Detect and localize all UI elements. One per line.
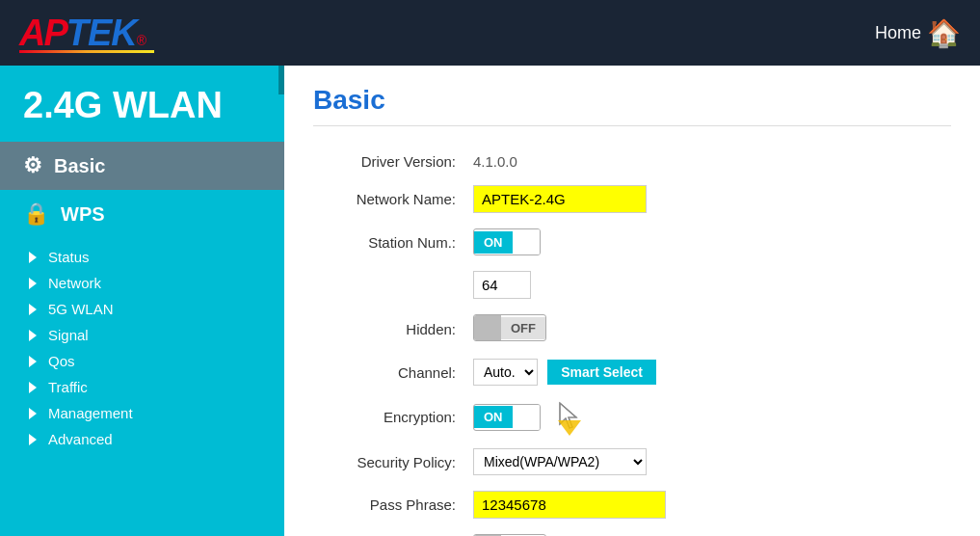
home-icon: 🏠 [927, 17, 961, 49]
network-name-input[interactable] [473, 185, 647, 213]
scrollbar[interactable] [278, 66, 284, 94]
station-num-indicator [513, 229, 540, 255]
network-name-row: Network Name: [313, 177, 951, 221]
station-num-input[interactable] [473, 271, 531, 299]
channel-select[interactable]: Auto. 1 2 3 4 5 6 [473, 359, 538, 386]
sidebar-sub-label-5g: 5G WLAN [48, 301, 114, 317]
network-name-label: Network Name: [313, 177, 467, 221]
arrow-icon-signal [29, 330, 37, 341]
sidebar-item-label-wps: WPS [61, 203, 105, 226]
sidebar-title: 2.4G WLAN [0, 66, 284, 142]
sidebar-sub-label-traffic: Traffic [48, 379, 88, 395]
form-table: Driver Version: 4.1.0.0 Network Name: St… [313, 146, 951, 536]
home-link[interactable]: Home 🏠 [875, 17, 961, 49]
encryption-on: ON [474, 406, 513, 428]
sidebar-item-wps[interactable]: 🔒 WPS [0, 190, 284, 238]
station-num-on: ON [474, 231, 513, 254]
sidebar-sub-item-signal[interactable]: Signal [19, 322, 284, 348]
cursor-shadow [556, 418, 583, 438]
wifi-burst-row: Wi-Fi Burst Mode: OFF [313, 526, 951, 536]
header: AP TEK ® Home 🏠 [0, 0, 980, 66]
pass-phrase-row: Pass Phrase: [313, 483, 951, 526]
sidebar-item-basic[interactable]: ⚙ Basic [0, 142, 284, 190]
page-title: Basic [313, 85, 951, 126]
encryption-label: Encryption: [313, 393, 467, 441]
sidebar-sub-item-traffic[interactable]: Traffic [19, 374, 284, 400]
arrow-icon-5g [29, 304, 37, 315]
hidden-toggle[interactable]: OFF [473, 314, 546, 341]
encryption-controls: ON [473, 401, 945, 433]
security-policy-row: Security Policy: Mixed(WPA/WPA2) WPA WPA… [313, 441, 951, 483]
arrow-icon-status [29, 252, 37, 263]
security-policy-label: Security Policy: [313, 441, 467, 483]
security-policy-select[interactable]: Mixed(WPA/WPA2) WPA WPA2 [473, 448, 647, 475]
sidebar-sub-item-management[interactable]: Management [19, 400, 284, 426]
logo-ap: AP [19, 13, 66, 54]
logo: AP TEK ® [19, 13, 154, 53]
encryption-row: Encryption: ON [313, 393, 951, 441]
logo-tek: TEK [66, 13, 137, 54]
station-num-label: Station Num.: [313, 221, 467, 263]
sidebar-sub-item-status[interactable]: Status [19, 244, 284, 270]
sidebar-sub-label-network: Network [48, 275, 101, 291]
driver-version-row: Driver Version: 4.1.0.0 [313, 146, 951, 177]
channel-label: Channel: [313, 351, 467, 393]
sidebar-sub-label-signal: Signal [48, 327, 89, 343]
encryption-toggle[interactable]: ON [473, 404, 541, 431]
sidebar-sub-item-5g-wlan[interactable]: 5G WLAN [19, 296, 284, 322]
arrow-icon-network [29, 278, 37, 289]
wifi-burst-label: Wi-Fi Burst Mode: [313, 526, 467, 536]
sidebar-sub-label-status: Status [48, 249, 90, 265]
arrow-icon-qos [29, 356, 37, 367]
sidebar-sub-label-qos: Qos [48, 353, 75, 369]
hidden-row: Hidden: OFF [313, 307, 951, 351]
cursor-pointer [556, 401, 583, 433]
station-num-toggle[interactable]: ON [473, 228, 541, 255]
sidebar-sub-list: Status Network 5G WLAN Signal Qos Traffi… [0, 238, 284, 458]
hidden-off: OFF [501, 317, 545, 339]
sidebar-sub-item-qos[interactable]: Qos [19, 348, 284, 374]
sidebar-item-label-basic: Basic [54, 155, 105, 177]
driver-version-value: 4.1.0.0 [473, 153, 517, 170]
sidebar-sub-label-advanced: Advanced [48, 431, 113, 447]
pass-phrase-input[interactable] [473, 491, 666, 519]
channel-row: Channel: Auto. 1 2 3 4 5 6 Smart Select [313, 351, 951, 393]
wps-icon: 🔒 [23, 201, 49, 227]
logo-reg: ® [137, 33, 146, 48]
svg-marker-2 [558, 420, 581, 436]
station-num-value-row [313, 263, 951, 307]
pass-phrase-label: Pass Phrase: [313, 483, 467, 526]
gear-icon: ⚙ [23, 153, 42, 178]
station-num-row: Station Num.: ON [313, 221, 951, 263]
sidebar: 2.4G WLAN ⚙ Basic 🔒 WPS Status Network [0, 66, 284, 536]
layout: 2.4G WLAN ⚙ Basic 🔒 WPS Status Network [0, 66, 980, 536]
sidebar-menu: ⚙ Basic 🔒 WPS [0, 142, 284, 238]
sidebar-sub-label-management: Management [48, 405, 133, 421]
main-content: Basic Driver Version: 4.1.0.0 Network Na… [284, 66, 980, 536]
smart-select-button[interactable]: Smart Select [547, 360, 656, 385]
arrow-icon-management [29, 408, 37, 419]
hidden-indicator [474, 315, 501, 340]
driver-version-label: Driver Version: [313, 146, 467, 177]
arrow-icon-advanced [29, 434, 37, 445]
sidebar-sub-item-advanced[interactable]: Advanced [19, 426, 284, 452]
arrow-icon-traffic [29, 382, 37, 393]
sidebar-sub-item-network[interactable]: Network [19, 270, 284, 296]
home-label: Home [875, 23, 921, 43]
hidden-label: Hidden: [313, 307, 467, 351]
encryption-indicator [513, 405, 540, 430]
